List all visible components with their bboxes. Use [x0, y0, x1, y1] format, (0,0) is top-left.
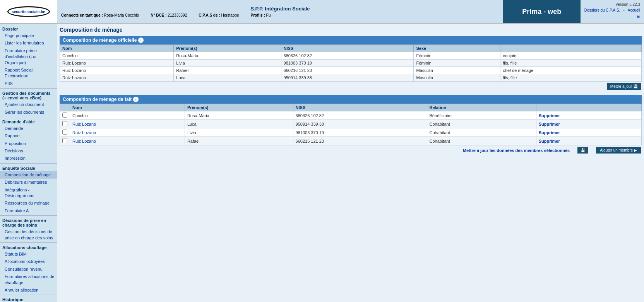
- connected-label: Connecté en tant que :: [61, 13, 103, 17]
- cell-checkbox[interactable]: [60, 120, 70, 128]
- sidebar-item-allocations-octroyees[interactable]: Allocations octroyées: [0, 258, 57, 265]
- row-checkbox[interactable]: [62, 113, 67, 118]
- content-area: Composition de ménage Composition de mén…: [57, 24, 644, 302]
- cell-relation: Cohabitant: [427, 120, 536, 128]
- sidebar-section-decisions-prise: Décisions de prise en charge des soins: [0, 217, 57, 228]
- table-row: Cocchio Rosa-Maria 680326 102 82 Féminin…: [60, 52, 642, 60]
- table-row: Cocchio Rosa-Maria 680326 102 82 Bénéfic…: [60, 111, 642, 120]
- cell-relation: Cohabitant: [427, 128, 536, 137]
- btn-save-membres[interactable]: 💾: [577, 147, 588, 154]
- row-checkbox[interactable]: [62, 121, 67, 126]
- cell-action[interactable]: Supprimer: [536, 120, 641, 128]
- sidebar-item-decisions[interactable]: Décisions: [0, 147, 57, 155]
- sidebar-section-enquete: Enquête Sociale: [0, 164, 57, 171]
- section-header-fait: Composition de ménage de fait i: [60, 95, 642, 104]
- link-dossiers[interactable]: Dossiers du C.P.A.S.: [584, 8, 620, 12]
- row-checkbox[interactable]: [62, 138, 67, 143]
- logo-area: securitesociale.be: [0, 0, 57, 23]
- sidebar-item-gerer-docs[interactable]: Gérer les documents: [0, 109, 57, 116]
- col-nom-fait: Nom: [70, 104, 185, 111]
- cell-role: fils, fille: [500, 74, 642, 82]
- cell-sexe: Féminin: [414, 60, 500, 67]
- sidebar-item-annuler-allocation[interactable]: Annuler allocation: [0, 287, 57, 294]
- table-row: Ruiz Lozano Livia 981003 370 19 Cohabita…: [60, 128, 642, 137]
- cell-nom: Cocchio: [60, 52, 174, 60]
- table-row: Ruiz Lozano Luca 950914 339 38 Masculin …: [60, 74, 642, 82]
- col-relation-fait: Relation: [427, 104, 536, 111]
- sidebar-item-gestion-decisions[interactable]: Gestion des décisions de prise en charge…: [0, 228, 57, 242]
- sidebar-section-dossier: Dossier: [0, 25, 57, 32]
- cell-nom: Cocchio: [70, 111, 185, 120]
- section-header-officielle: Composition de ménage officielle i: [60, 36, 642, 44]
- cell-checkbox[interactable]: [60, 137, 70, 145]
- sidebar-item-ajouter-doc[interactable]: Ajouter un document: [0, 101, 57, 108]
- info-icon-officielle[interactable]: i: [138, 38, 144, 43]
- table-row: Ruiz Lozano Rafael 660216 121 23 Masculi…: [60, 67, 642, 74]
- btn-ajouter-membre[interactable]: Ajouter un membre ▶: [596, 147, 641, 154]
- sidebar-item-demande[interactable]: Demande: [0, 125, 57, 132]
- nbc-value: 212333592: [168, 13, 187, 17]
- info-icon-fait[interactable]: i: [133, 97, 139, 102]
- col-prenom-officielle: Prénom(s): [174, 45, 281, 52]
- sidebar-item-debiteurs[interactable]: Débiteurs alimentaires: [0, 179, 57, 186]
- supprimer-link[interactable]: Supprimer: [539, 113, 560, 118]
- col-action-fait: [536, 104, 641, 111]
- table-fait: Nom Prénom(s) NISS Relation Cocchio Rosa…: [60, 104, 642, 145]
- supprimer-link[interactable]: Supprimer: [539, 139, 560, 143]
- cell-nom: Ruiz Lozano: [70, 128, 185, 137]
- sidebar-item-consultation-revenu[interactable]: Consultation revenu: [0, 266, 57, 273]
- sidebar-item-impression[interactable]: Impression: [0, 155, 57, 162]
- cell-action[interactable]: Supprimer: [536, 128, 641, 137]
- sidebar-item-statuts-bim[interactable]: Statuts BIM: [0, 251, 57, 258]
- sidebar-item-page-principale[interactable]: Page principale: [0, 32, 57, 39]
- bottom-action-row: Mettre à jour les données des membres sé…: [60, 145, 642, 155]
- section-menage-fait: Composition de ménage de fait i Nom Prén…: [60, 95, 642, 155]
- cell-prenom: Rafael: [174, 67, 281, 74]
- sidebar-section-allocations: Allocations chauffage: [0, 244, 57, 251]
- sidebar-item-rapport-social[interactable]: Rapport Social Electronique: [0, 67, 57, 80]
- sidebar-item-proposition[interactable]: Proposition: [0, 140, 57, 147]
- sidebar-section-historique: Historique: [0, 296, 57, 302]
- sidebar-item-integrations[interactable]: Intégrations - Désintégrations: [0, 186, 57, 200]
- cell-action[interactable]: Supprimer: [536, 137, 641, 145]
- cell-niss: 660216 121 23: [293, 137, 427, 145]
- sidebar-item-formulaires-allocations[interactable]: Formulaires allocations de chauffage: [0, 273, 57, 287]
- action-row-officielle: Mettre à jour 💾: [60, 82, 642, 91]
- sidebar-item-lister-formulaires[interactable]: Lister les formulaires: [0, 39, 57, 47]
- table-officielle: Nom Prénom(s) NISS Sexe Cocchio Rosa-Mar…: [60, 44, 642, 82]
- link-nom[interactable]: Ruiz Lozano: [72, 122, 96, 126]
- sidebar-section-demande: Demande d'aide: [0, 118, 57, 125]
- col-checkbox-fait: [60, 104, 70, 111]
- sidebar-item-ressources[interactable]: Ressources du ménage: [0, 200, 57, 207]
- supprimer-link[interactable]: Supprimer: [539, 130, 560, 135]
- row-checkbox[interactable]: [62, 130, 67, 135]
- col-niss-fait: NISS: [293, 104, 427, 111]
- cell-checkbox[interactable]: [60, 128, 70, 137]
- cell-relation: Bénéficiaire: [427, 111, 536, 120]
- logo-text: securitesociale.be: [12, 10, 45, 14]
- link-accueil[interactable]: Accueil: [628, 8, 640, 12]
- cell-role: chef de ménage: [500, 67, 642, 74]
- cpas-value: Herstappe: [221, 13, 239, 17]
- cell-checkbox[interactable]: [60, 111, 70, 120]
- cell-nom: Ruiz Lozano: [70, 137, 185, 145]
- link-nom[interactable]: Ruiz Lozano: [72, 130, 96, 135]
- cell-niss: 680326 102 82: [281, 52, 414, 60]
- sidebar-item-composition-menage[interactable]: Composition de ménage: [0, 171, 57, 179]
- col-niss-officielle: NISS: [281, 45, 414, 52]
- sidebar-item-piis[interactable]: PIIS: [0, 80, 57, 87]
- print-icon[interactable]: 🖨: [636, 14, 640, 18]
- btn-mettre-a-jour-membres[interactable]: Mettre à jour les données des membres sé…: [463, 148, 570, 153]
- table-row: Ruiz Lozano Luca 950914 339 38 Cohabitan…: [60, 120, 642, 128]
- supprimer-link[interactable]: Supprimer: [539, 122, 560, 126]
- btn-mettre-a-jour-officielle[interactable]: Mettre à jour 💾: [607, 83, 641, 90]
- sidebar-item-formulaire-prime[interactable]: Formulaire prime d'installation (Loi Org…: [0, 47, 57, 67]
- cell-niss: 981003 370 19: [293, 128, 427, 137]
- cell-role: conjoint: [500, 52, 642, 60]
- cell-prenom: Livia: [185, 128, 293, 137]
- sidebar-item-formulaire-a[interactable]: Formulaire A: [0, 207, 57, 215]
- sidebar-item-rapport[interactable]: Rapport: [0, 132, 57, 140]
- link-nom[interactable]: Ruiz Lozano: [72, 139, 96, 143]
- cell-action[interactable]: Supprimer: [536, 111, 641, 120]
- cell-role: fils, fille: [500, 60, 642, 67]
